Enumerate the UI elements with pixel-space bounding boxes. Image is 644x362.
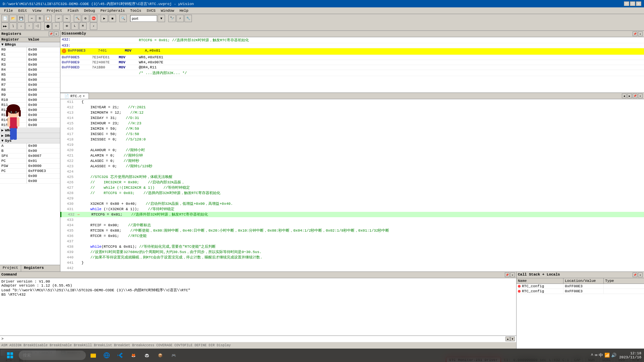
tb-clear-bp[interactable]: ○ (52, 22, 60, 30)
reg-row-psw[interactable]: PSW0x0000 (0, 164, 60, 169)
menu-flash[interactable]: Flash (65, 8, 81, 13)
tb-debug-start[interactable]: ▶ (101, 15, 108, 22)
reg-group-sys[interactable]: ▼Sys (0, 138, 60, 143)
start-button[interactable] (3, 350, 17, 360)
menu-view[interactable]: View (30, 8, 44, 13)
tab-registers[interactable]: Registers (21, 265, 46, 272)
menu-peripherals[interactable]: Peripherals (98, 8, 127, 13)
tray-wifi[interactable]: 📶 (604, 353, 610, 358)
menu-tools[interactable]: Tools (127, 8, 144, 13)
tray-up-arrow[interactable]: ^ (591, 353, 593, 358)
callstack-pin[interactable]: 📌 (633, 273, 637, 277)
rtc-close[interactable]: ✕ (638, 94, 643, 98)
registers-pin[interactable]: 📌 (49, 32, 53, 36)
menu-edit[interactable]: Edit (15, 8, 30, 13)
rtc-scroll-left[interactable]: ◀ (622, 94, 627, 98)
reg-row-r9[interactable]: R90x00 (0, 93, 60, 98)
cs-row-2[interactable]: RTC_config 0xFF00E3 (517, 289, 644, 294)
tray-cn[interactable]: 中 (599, 352, 603, 358)
tb-step-into[interactable]: ↓ (17, 22, 25, 30)
reg-row-r11[interactable]: R110x00 (0, 103, 60, 108)
reg-row-r12[interactable]: R120x00 (0, 108, 60, 113)
tb-copy[interactable]: ⎘ (36, 15, 44, 22)
clock[interactable]: 12:18 2023/11/16 (619, 351, 641, 359)
tb-save[interactable]: 💾 (17, 15, 25, 22)
taskbar-vscode[interactable] (114, 350, 126, 360)
reg-row-r3[interactable]: R30x00 (0, 62, 60, 67)
close-button[interactable]: ✕ (636, 1, 641, 6)
reg-row-spx[interactable]: SPX0x0007 (0, 154, 60, 159)
reg-group-bregs[interactable]: ▼BRegs (0, 42, 60, 47)
rtc-tab-close[interactable]: ✕ (83, 94, 85, 98)
menu-debug[interactable]: Debug (81, 8, 98, 13)
rtc-pin[interactable]: 📌 (633, 94, 637, 98)
callstack-close[interactable]: ✕ (638, 273, 643, 277)
disassembly-close[interactable]: ✕ (638, 32, 643, 36)
reg-row-r1[interactable]: R10x00 (0, 52, 60, 57)
reg-row-r0[interactable]: R00x00 (0, 47, 60, 52)
tb-config[interactable]: 🔧 (184, 15, 192, 22)
taskbar-browser[interactable] (101, 350, 113, 360)
tb-zoom[interactable]: 🔭 (168, 15, 176, 22)
reg-row-r14[interactable]: R140x00 (0, 118, 60, 123)
reg-row-b[interactable]: B0x00 (0, 148, 60, 154)
rtc-scroll-right[interactable]: ▶ (627, 94, 632, 98)
reg-row-sys2[interactable]: 0x00 (0, 179, 60, 184)
tb-watch[interactable]: 👁 (63, 22, 70, 30)
tb-step-over[interactable]: ⤵ (9, 22, 17, 30)
reg-row-r4[interactable]: R40x00 (0, 67, 60, 72)
taskbar-app-1[interactable]: 🦊 (127, 350, 140, 360)
command-pin[interactable]: 📌 (505, 273, 509, 277)
reg-row-r6[interactable]: R60x00 (0, 77, 60, 82)
tb-run[interactable]: ⚡ (176, 15, 184, 22)
reg-row-r13[interactable]: R130x00 (0, 113, 60, 118)
tb-cut[interactable]: ✂ (28, 15, 36, 22)
disassembly-pin[interactable]: 📌 (633, 32, 637, 36)
taskbar-app-2[interactable]: 🐼 (141, 350, 153, 360)
reg-row-sys1[interactable]: 0x00 (0, 174, 60, 179)
taskbar-search[interactable] (19, 351, 86, 360)
minimize-button[interactable]: ─ (624, 1, 629, 6)
rtc-tab[interactable]: 📄 RTC.c ✕ (60, 93, 89, 99)
tb-run-to[interactable]: →| (34, 22, 41, 30)
tb-breakpoints[interactable]: ⬤ (44, 22, 52, 30)
tray-volume[interactable]: 🔊 (611, 353, 616, 358)
tb-step-out[interactable]: ↑ (25, 22, 33, 30)
reg-row-r2[interactable]: R20x00 (0, 57, 60, 62)
tb-memory[interactable]: M (79, 22, 87, 30)
cs-row-1[interactable]: RTC_config 0xFF00E3 (517, 284, 644, 289)
tb-paste[interactable]: 📋 (44, 15, 52, 22)
tb-open[interactable]: 📂 (9, 15, 17, 22)
command-close[interactable]: ✕ (510, 273, 515, 277)
port-input[interactable] (130, 15, 157, 22)
tab-project[interactable]: Project (0, 265, 21, 272)
reg-row-pc[interactable]: PC0x01 (0, 159, 60, 164)
tb-undo[interactable]: ↩ (55, 15, 62, 22)
tb-debug-run[interactable]: ▶▶ (1, 22, 9, 30)
tb-port-dropdown[interactable]: ▼ (158, 15, 165, 22)
menu-window[interactable]: Window (158, 8, 177, 13)
reg-row-r8[interactable]: R80x00 (0, 87, 60, 93)
tb-build[interactable]: ⚙ (82, 15, 89, 22)
reg-row-r15[interactable]: R150x00 (0, 123, 60, 128)
reg-row-a[interactable]: A0x00 (0, 143, 60, 148)
reg-group-dregs[interactable]: ▶DRegs (0, 133, 60, 138)
tb-new[interactable]: 📄 (1, 15, 9, 22)
maximize-button[interactable]: □ (630, 1, 635, 6)
cmd-scroll-up[interactable]: ▲ (505, 337, 510, 341)
reg-row-r10[interactable]: R100x00 (0, 98, 60, 103)
command-input[interactable] (4, 337, 505, 341)
tb-locals[interactable]: L (71, 22, 78, 30)
reg-row-r5[interactable]: R50x00 (0, 72, 60, 77)
menu-file[interactable]: File (1, 8, 15, 13)
tray-keyboard[interactable]: ⌨ (595, 353, 597, 358)
registers-close[interactable]: ✕ (54, 32, 59, 36)
menu-project[interactable]: Project (44, 8, 65, 13)
tb-debug-stop[interactable]: ■ (109, 15, 116, 22)
reg-row-pc2[interactable]: PC0xFF00E3 (0, 169, 60, 174)
tb-redo[interactable]: ↪ (63, 15, 70, 22)
cmd-scroll-down[interactable]: ▼ (510, 337, 515, 341)
taskbar-file-explorer[interactable] (87, 350, 99, 360)
reg-row-r7[interactable]: R70x00 (0, 82, 60, 87)
reg-group-wregs[interactable]: ▶WRegs (0, 128, 60, 133)
